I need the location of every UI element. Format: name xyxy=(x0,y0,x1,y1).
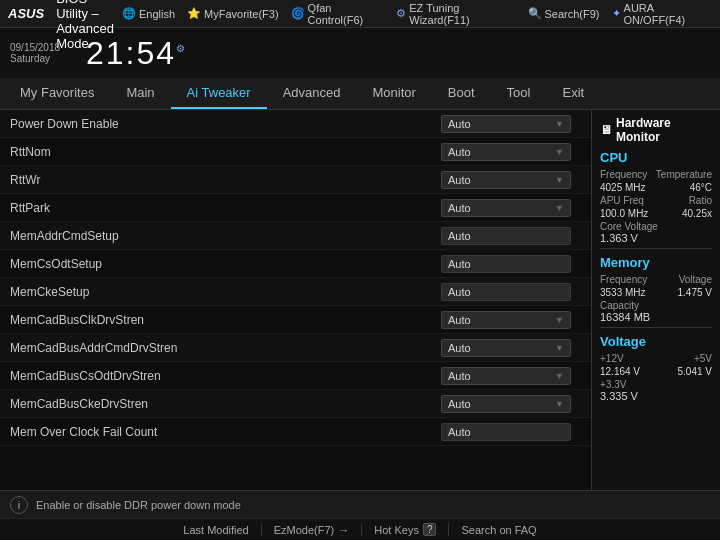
cpu-apufreq-label: APU Freq xyxy=(600,195,644,206)
cpu-freq-row: Frequency Temperature xyxy=(600,169,712,180)
setting-value: Auto▼ xyxy=(441,171,581,189)
monitor-icon: 🖥 xyxy=(600,123,612,137)
time-gear-icon[interactable]: ⚙ xyxy=(176,43,187,54)
setting-value: Auto▼ xyxy=(441,143,581,161)
setting-dropdown[interactable]: Auto▼ xyxy=(441,339,571,357)
dropdown-value: Auto xyxy=(448,202,471,214)
search-faq-item[interactable]: Search on FAQ xyxy=(449,524,548,536)
datetime-left: 09/15/2018 Saturday xyxy=(10,42,70,64)
cpu-ratio-value: 40.25x xyxy=(682,208,712,219)
footer: Last Modified EzMode(F7) → Hot Keys ? Se… xyxy=(0,518,720,540)
search-button[interactable]: 🔍 Search(F9) xyxy=(528,7,600,20)
aura-icon: ✦ xyxy=(612,7,621,20)
qfan-button[interactable]: 🌀 Qfan Control(F6) xyxy=(291,2,385,26)
last-modified-label: Last Modified xyxy=(183,524,248,536)
divider-1 xyxy=(600,248,712,249)
mem-voltage-label: Voltage xyxy=(679,274,712,285)
my-favorites-button[interactable]: ⭐ MyFavorite(F3) xyxy=(187,7,279,20)
cpu-temp-label: Temperature xyxy=(656,169,712,180)
cpu-ratio-label: Ratio xyxy=(689,195,712,206)
setting-text-value: Auto xyxy=(441,423,571,441)
dropdown-value: Auto xyxy=(448,314,471,326)
left-panel: Power Down EnableAuto▼RttNomAuto▼RttWrAu… xyxy=(0,110,592,490)
last-modified-item[interactable]: Last Modified xyxy=(171,524,261,536)
tab-exit[interactable]: Exit xyxy=(546,78,600,109)
mem-freq-value: 3533 MHz xyxy=(600,287,646,298)
dropdown-value: Auto xyxy=(448,342,471,354)
setting-value: Auto xyxy=(441,227,581,245)
volt-5-label: +5V xyxy=(694,353,712,364)
hw-monitor-label: Hardware Monitor xyxy=(616,116,712,144)
date-display: 09/15/2018 xyxy=(10,42,70,53)
table-row: MemCsOdtSetupAuto xyxy=(0,250,591,278)
setting-value: Auto xyxy=(441,283,581,301)
ez-mode-item[interactable]: EzMode(F7) → xyxy=(262,524,363,536)
voltage-section-title: Voltage xyxy=(600,334,712,349)
setting-label: MemCadBusCsOdtDrvStren xyxy=(10,369,441,383)
volt-5-value: 5.041 V xyxy=(678,366,712,377)
divider-2 xyxy=(600,327,712,328)
cpu-freq-label: Frequency xyxy=(600,169,647,180)
time-display: 21:54⚙ xyxy=(86,35,187,72)
hot-keys-label: Hot Keys xyxy=(374,524,419,536)
tab-my-favorites[interactable]: My Favorites xyxy=(4,78,110,109)
language-selector[interactable]: 🌐 English xyxy=(122,7,175,20)
tab-ai-tweaker[interactable]: Ai Tweaker xyxy=(171,78,267,109)
ez-mode-label: EzMode(F7) xyxy=(274,524,335,536)
dropdown-value: Auto xyxy=(448,398,471,410)
cpu-corevoltage-label: Core Voltage xyxy=(600,221,712,232)
tab-boot[interactable]: Boot xyxy=(432,78,491,109)
volt-12-row: +12V +5V xyxy=(600,353,712,364)
volt-33-value: 3.335 V xyxy=(600,390,712,402)
mem-capacity-label: Capacity xyxy=(600,300,712,311)
setting-label: RttNom xyxy=(10,145,441,159)
tab-main[interactable]: Main xyxy=(110,78,170,109)
mem-capacity-value: 16384 MB xyxy=(600,311,712,323)
chevron-down-icon: ▼ xyxy=(555,399,564,409)
nav-tabs: My Favorites Main Ai Tweaker Advanced Mo… xyxy=(0,78,720,110)
ez-tuning-button[interactable]: ⚙ EZ Tuning Wizard(F11) xyxy=(396,2,515,26)
cpu-temp-value: 46°C xyxy=(690,182,712,193)
setting-value: Auto▼ xyxy=(441,311,581,329)
cpu-apu-row: APU Freq Ratio xyxy=(600,195,712,206)
setting-dropdown[interactable]: Auto▼ xyxy=(441,171,571,189)
setting-dropdown[interactable]: Auto▼ xyxy=(441,115,571,133)
chevron-down-icon: ▼ xyxy=(555,175,564,185)
volt-33-label: +3.3V xyxy=(600,379,712,390)
chevron-down-icon: ▼ xyxy=(555,343,564,353)
table-row: RttNomAuto▼ xyxy=(0,138,591,166)
setting-label: MemCadBusCkeDrvStren xyxy=(10,397,441,411)
setting-value: Auto▼ xyxy=(441,199,581,217)
setting-dropdown[interactable]: Auto▼ xyxy=(441,367,571,385)
setting-label: RttPark xyxy=(10,201,441,215)
setting-text-value: Auto xyxy=(441,255,571,273)
info-icon: i xyxy=(10,496,28,514)
dropdown-value: Auto xyxy=(448,370,471,382)
setting-value: Auto▼ xyxy=(441,115,581,133)
table-row: RttWrAuto▼ xyxy=(0,166,591,194)
tab-monitor[interactable]: Monitor xyxy=(357,78,432,109)
tab-advanced[interactable]: Advanced xyxy=(267,78,357,109)
dropdown-value: Auto xyxy=(448,118,471,130)
setting-dropdown[interactable]: Auto▼ xyxy=(441,199,571,217)
tab-tool[interactable]: Tool xyxy=(491,78,547,109)
cpu-apufreq-value: 100.0 MHz xyxy=(600,208,648,219)
setting-label: Power Down Enable xyxy=(10,117,441,131)
volt-12-value: 12.164 V xyxy=(600,366,640,377)
setting-dropdown[interactable]: Auto▼ xyxy=(441,395,571,413)
setting-dropdown[interactable]: Auto▼ xyxy=(441,311,571,329)
hot-keys-item[interactable]: Hot Keys ? xyxy=(362,523,449,536)
cpu-corevoltage-value: 1.363 V xyxy=(600,232,712,244)
cpu-freq-value-row: 4025 MHz 46°C xyxy=(600,182,712,193)
table-row: MemCadBusAddrCmdDrvStrenAuto▼ xyxy=(0,334,591,362)
setting-label: RttWr xyxy=(10,173,441,187)
info-text: Enable or disable DDR power down mode xyxy=(36,499,241,511)
aura-button[interactable]: ✦ AURA ON/OFF(F4) xyxy=(612,2,712,26)
setting-dropdown[interactable]: Auto▼ xyxy=(441,143,571,161)
hot-keys-key: ? xyxy=(423,523,437,536)
ez-tuning-label: EZ Tuning Wizard(F11) xyxy=(409,2,515,26)
search-label: Search(F9) xyxy=(545,8,600,20)
table-row: RttParkAuto▼ xyxy=(0,194,591,222)
tuning-icon: ⚙ xyxy=(396,7,406,20)
aura-label: AURA ON/OFF(F4) xyxy=(624,2,712,26)
